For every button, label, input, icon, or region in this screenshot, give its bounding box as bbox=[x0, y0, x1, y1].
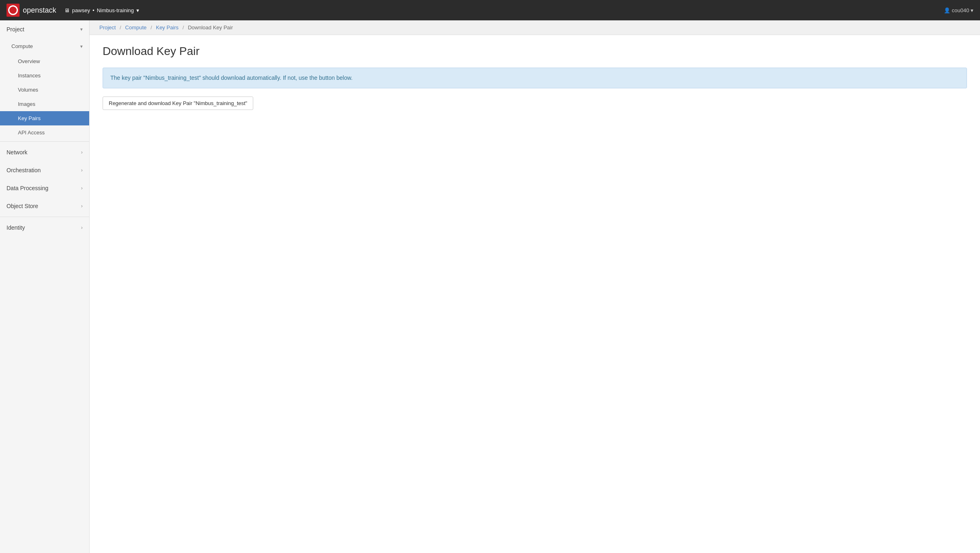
navbar-left: openstack 🖥 pawsey • Nimbus-training ▾ bbox=[7, 4, 139, 17]
breadcrumb-compute[interactable]: Compute bbox=[125, 24, 147, 31]
sidebar-network-header[interactable]: Network › bbox=[0, 143, 89, 161]
regenerate-download-button[interactable]: Regenerate and download Key Pair "Nimbus… bbox=[103, 97, 253, 110]
chevron-right-icon: › bbox=[81, 149, 83, 155]
sidebar-object-store-header[interactable]: Object Store › bbox=[0, 197, 89, 215]
project-name: pawsey bbox=[72, 7, 90, 13]
chevron-right-icon: › bbox=[81, 225, 83, 230]
user-icon: 👤 bbox=[944, 7, 950, 13]
project-selector[interactable]: 🖥 pawsey • Nimbus-training ▾ bbox=[64, 7, 139, 13]
project-label: Project bbox=[7, 26, 24, 33]
username: cou040 ▾ bbox=[952, 7, 973, 13]
sidebar-divider-2 bbox=[0, 217, 89, 217]
project-sub: Nimbus-training bbox=[97, 7, 134, 13]
breadcrumb-project[interactable]: Project bbox=[99, 24, 116, 31]
sidebar-item-volumes[interactable]: Volumes bbox=[0, 83, 89, 97]
sidebar-compute-header[interactable]: Compute ▾ bbox=[0, 38, 89, 54]
sidebar-compute-section: Compute ▾ Overview Instances Volumes Ima… bbox=[0, 38, 89, 140]
network-label: Network bbox=[7, 149, 27, 156]
sidebar-item-api-access[interactable]: API Access bbox=[0, 125, 89, 140]
navbar-brand: openstack bbox=[7, 4, 56, 17]
orchestration-label: Orchestration bbox=[7, 167, 41, 173]
breadcrumb-current: Download Key Pair bbox=[188, 24, 233, 31]
sidebar: Project ▾ Compute ▾ Overview Instances V… bbox=[0, 20, 90, 553]
identity-label: Identity bbox=[7, 224, 25, 231]
chevron-down-icon: ▾ bbox=[80, 26, 83, 32]
page-title: Download Key Pair bbox=[103, 45, 967, 58]
openstack-logo-icon bbox=[7, 4, 20, 17]
chevron-right-icon: › bbox=[81, 167, 83, 173]
breadcrumb-sep-3: / bbox=[182, 24, 184, 31]
chevron-right-icon: › bbox=[81, 185, 83, 191]
sidebar-item-instances[interactable]: Instances bbox=[0, 68, 89, 83]
chevron-right-icon: › bbox=[81, 203, 83, 209]
sidebar-orchestration-header[interactable]: Orchestration › bbox=[0, 161, 89, 179]
monitor-icon: 🖥 bbox=[64, 7, 70, 13]
sidebar-project-header[interactable]: Project ▾ bbox=[0, 20, 89, 38]
compute-label: Compute bbox=[11, 43, 33, 49]
sidebar-data-processing-header[interactable]: Data Processing › bbox=[0, 179, 89, 197]
brand-text: openstack bbox=[23, 6, 56, 15]
breadcrumb: Project / Compute / Key Pairs / Download… bbox=[90, 20, 980, 35]
user-menu[interactable]: 👤 cou040 ▾ bbox=[944, 7, 973, 13]
alert-text: The key pair "Nimbus_training_test" shou… bbox=[110, 75, 353, 81]
data-processing-label: Data Processing bbox=[7, 185, 48, 191]
sidebar-identity-header[interactable]: Identity › bbox=[0, 219, 89, 237]
main-content: Project / Compute / Key Pairs / Download… bbox=[90, 20, 980, 553]
sidebar-divider bbox=[0, 141, 89, 142]
breadcrumb-sep-2: / bbox=[151, 24, 152, 31]
chevron-down-icon: ▾ bbox=[80, 44, 83, 49]
main-layout: Project ▾ Compute ▾ Overview Instances V… bbox=[0, 20, 980, 553]
sidebar-item-key-pairs[interactable]: Key Pairs bbox=[0, 111, 89, 125]
sidebar-item-overview[interactable]: Overview bbox=[0, 54, 89, 68]
breadcrumb-sep-1: / bbox=[120, 24, 121, 31]
chevron-down-icon: ▾ bbox=[136, 7, 139, 13]
navbar: openstack 🖥 pawsey • Nimbus-training ▾ 👤… bbox=[0, 0, 980, 20]
alert-info: The key pair "Nimbus_training_test" shou… bbox=[103, 68, 967, 88]
breadcrumb-key-pairs[interactable]: Key Pairs bbox=[156, 24, 179, 31]
page-content: Download Key Pair The key pair "Nimbus_t… bbox=[90, 35, 980, 120]
sidebar-item-images[interactable]: Images bbox=[0, 97, 89, 111]
object-store-label: Object Store bbox=[7, 203, 38, 209]
